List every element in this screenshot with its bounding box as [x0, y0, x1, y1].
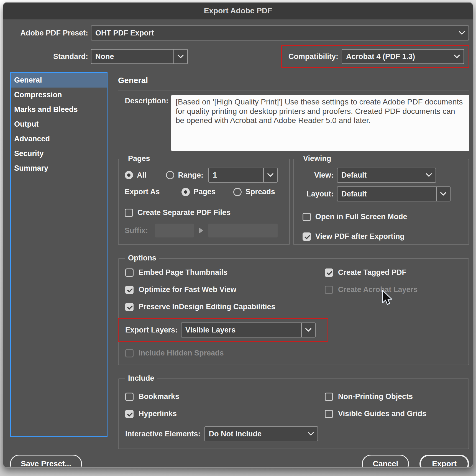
range-radio[interactable]	[166, 171, 174, 179]
standard-value: None	[91, 50, 173, 63]
export-pages-label: Pages	[194, 188, 216, 196]
view-row: View: Default	[300, 168, 464, 183]
export-layers-value: Visible Layers	[181, 323, 301, 337]
open-full-screen-row: Open in Full Screen Mode	[303, 213, 464, 221]
include-hidden-spreads-label: Include Hidden Spreads	[139, 349, 224, 357]
export-adobe-pdf-dialog: Export Adobe PDF Adobe PDF Preset: OHT P…	[3, 2, 473, 468]
export-spreads-radio[interactable]	[233, 188, 242, 196]
chevron-down-icon	[436, 187, 450, 201]
preserve-editing-row: Preserve InDesign Editing Capabilities	[125, 303, 321, 311]
view-pdf-after-export-row: View PDF after Exporting	[303, 232, 464, 241]
chevron-down-icon	[422, 168, 436, 182]
general-panel: General Description: [Based on '[High Qu…	[118, 72, 469, 449]
non-printing-objects-checkbox[interactable]	[325, 393, 333, 401]
pages-divider	[125, 202, 284, 202]
non-printing-objects-label: Non-Printing Objects	[338, 392, 413, 401]
dialog-content: Adobe PDF Preset: OHT PDF Export Standar…	[3, 19, 473, 468]
description-row: Description: [Based on '[High Quality Pr…	[118, 95, 469, 151]
open-full-screen-checkbox[interactable]	[303, 213, 311, 221]
range-value: 1	[209, 168, 263, 182]
layout-label: Layout:	[300, 190, 334, 198]
suffix-label: Suffix:	[125, 226, 148, 235]
cancel-button[interactable]: Cancel	[362, 455, 409, 468]
compatibility-highlight-annotation: Compatibility: Acrobat 4 (PDF 1.3)	[281, 45, 469, 68]
options-group: Options Embed Page Thumbnails Create Tag…	[118, 258, 469, 365]
export-pages-radio[interactable]	[181, 188, 190, 196]
all-pages-label: All	[137, 171, 147, 180]
export-spreads-label: Spreads	[245, 188, 275, 196]
view-label: View:	[300, 171, 334, 180]
options-legend: Options	[125, 254, 159, 262]
include-group: Include Bookmarks Non-Printing Objects	[118, 378, 469, 449]
view-value: Default	[337, 168, 422, 182]
interactive-elements-row: Interactive Elements: Do Not Include	[125, 426, 464, 441]
range-dropdown[interactable]: 1	[208, 168, 278, 183]
export-button[interactable]: Export	[419, 455, 469, 468]
save-preset-button[interactable]: Save Preset...	[10, 455, 82, 468]
compatibility-value: Acrobat 4 (PDF 1.3)	[342, 50, 450, 63]
interactive-elements-dropdown[interactable]: Do Not Include	[204, 426, 318, 441]
embed-thumbnails-label: Embed Page Thumbnails	[139, 268, 227, 277]
bookmarks-row: Bookmarks	[125, 392, 321, 401]
create-acrobat-layers-row: Create Acrobat Layers	[321, 285, 464, 294]
optimize-fast-web-checkbox[interactable]	[125, 286, 134, 294]
page-range-row: All Range: 1	[125, 168, 284, 183]
export-as-label: Export As	[125, 188, 160, 196]
compatibility-dropdown[interactable]: Acrobat 4 (PDF 1.3)	[342, 49, 464, 64]
sidebar-item-general[interactable]: General	[11, 73, 107, 88]
sidebar-item-marks-and-bleeds[interactable]: Marks and Bleeds	[11, 102, 107, 117]
create-separate-pdf-checkbox[interactable]	[125, 209, 133, 217]
visible-guides-row: Visible Guides and Grids	[321, 410, 464, 418]
preset-row: Adobe PDF Preset: OHT PDF Export	[10, 25, 469, 40]
suffix-field	[155, 224, 194, 237]
chevron-down-icon	[450, 50, 464, 63]
export-layers-highlight-annotation: Export Layers: Visible Layers	[118, 318, 328, 342]
standard-label: Standard:	[10, 52, 88, 61]
create-separate-pdf-label: Create Separate PDF Files	[137, 208, 231, 217]
heading-divider	[118, 90, 469, 91]
hyperlinks-row: Hyperlinks	[125, 410, 321, 418]
pages-viewing-row: Pages All Range: 1	[118, 159, 469, 245]
standard-dropdown[interactable]: None	[91, 49, 188, 64]
sidebar-item-compression[interactable]: Compression	[11, 88, 107, 102]
create-tagged-pdf-label: Create Tagged PDF	[338, 268, 406, 277]
preserve-editing-label: Preserve InDesign Editing Capabilities	[139, 303, 275, 311]
include-grid: Bookmarks Non-Printing Objects Hyperlink…	[125, 392, 464, 418]
sidebar-item-advanced[interactable]: Advanced	[11, 132, 107, 146]
create-tagged-pdf-checkbox[interactable]	[325, 268, 333, 277]
embed-thumbnails-checkbox[interactable]	[125, 268, 134, 277]
hyperlinks-label: Hyperlinks	[139, 410, 177, 418]
export-layers-dropdown[interactable]: Visible Layers	[181, 323, 316, 337]
sidebar-item-summary[interactable]: Summary	[11, 161, 107, 176]
include-hidden-spreads-row: Include Hidden Spreads	[125, 349, 464, 357]
view-pdf-after-export-checkbox[interactable]	[303, 232, 311, 241]
hyperlinks-checkbox[interactable]	[125, 410, 134, 418]
dialog-body: General Compression Marks and Bleeds Out…	[10, 72, 469, 449]
description-label: Description:	[118, 95, 171, 151]
layout-dropdown[interactable]: Default	[337, 186, 451, 201]
settings-nav: General Compression Marks and Bleeds Out…	[10, 72, 108, 437]
chevron-down-icon	[304, 427, 318, 441]
view-dropdown[interactable]: Default	[337, 168, 436, 183]
view-pdf-after-export-label: View PDF after Exporting	[315, 232, 405, 241]
bookmarks-checkbox[interactable]	[125, 393, 134, 401]
preserve-editing-checkbox[interactable]	[125, 303, 134, 311]
visible-guides-checkbox[interactable]	[325, 410, 333, 418]
embed-thumbnails-row: Embed Page Thumbnails	[125, 268, 321, 277]
include-legend: Include	[125, 374, 157, 383]
dialog-title: Export Adobe PDF	[204, 6, 272, 15]
create-acrobat-layers-label: Create Acrobat Layers	[338, 285, 418, 294]
layout-value: Default	[337, 187, 436, 201]
sidebar-item-output[interactable]: Output	[11, 117, 107, 132]
suffix-preview-field	[208, 224, 278, 237]
panel-heading: General	[118, 76, 469, 85]
sidebar-item-security[interactable]: Security	[11, 146, 107, 161]
all-pages-radio[interactable]	[125, 171, 133, 179]
options-grid: Embed Page Thumbnails Create Tagged PDF …	[125, 268, 464, 311]
optimize-fast-web-row: Optimize for Fast Web View	[125, 285, 321, 294]
dialog-titlebar[interactable]: Export Adobe PDF	[3, 3, 473, 19]
non-printing-objects-row: Non-Printing Objects	[321, 392, 464, 401]
chevron-down-icon	[173, 50, 187, 63]
layout-row: Layout: Default	[300, 186, 464, 201]
preset-dropdown[interactable]: OHT PDF Export	[91, 25, 469, 40]
